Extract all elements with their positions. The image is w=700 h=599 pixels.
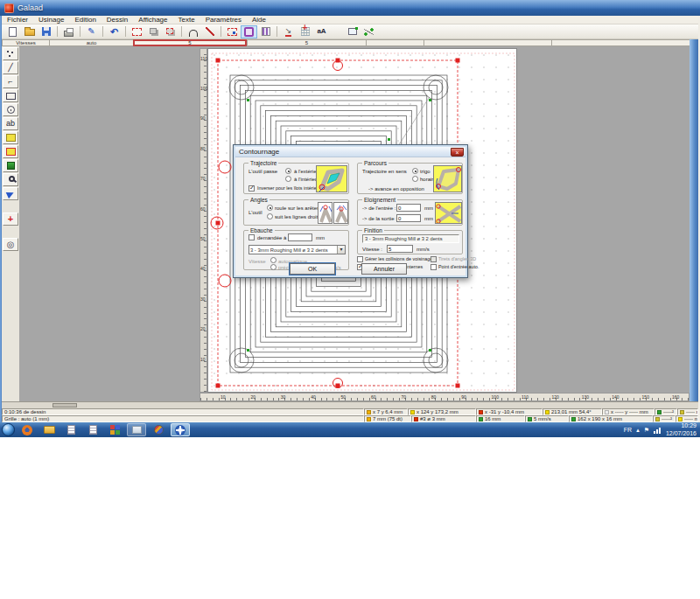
window-tool-button[interactable] xyxy=(344,25,360,38)
cut-tool-button[interactable] xyxy=(201,25,218,38)
taskbar-blocks-app[interactable] xyxy=(105,423,124,436)
toolbar-gap xyxy=(2,226,19,237)
taskbar-firefox[interactable] xyxy=(18,423,37,436)
circle-tool-button[interactable] xyxy=(3,103,18,116)
language-indicator[interactable]: FR xyxy=(624,427,632,433)
menu-fichier[interactable]: Fichier xyxy=(2,16,33,24)
menu-parametres[interactable]: Paramètres xyxy=(200,16,247,24)
menu-texte[interactable]: Texte xyxy=(173,16,200,24)
radio-vitesse-precisee[interactable] xyxy=(270,264,276,270)
close-icon[interactable]: × xyxy=(451,148,464,157)
radio-roule-aretes[interactable] xyxy=(267,205,273,211)
line-tool-button[interactable]: ╱ xyxy=(3,61,18,74)
input-sortie[interactable]: 0 xyxy=(396,214,421,222)
angles-preview-2 xyxy=(333,202,348,224)
print-button[interactable] xyxy=(60,25,77,38)
drill-tool-button[interactable] xyxy=(3,159,18,172)
rectangle-tool-button[interactable] xyxy=(3,89,18,102)
checkbox-point-entree-auto[interactable] xyxy=(430,264,437,270)
menu-aide[interactable]: Aide xyxy=(247,16,271,24)
edit-nodes-button[interactable] xyxy=(224,25,241,38)
taskbar-doc1[interactable] xyxy=(61,423,80,436)
point-tool-button[interactable] xyxy=(3,47,18,60)
origin-tool-button[interactable]: + xyxy=(3,212,18,226)
circle-tool-icon xyxy=(7,106,15,114)
ok-button[interactable]: OK xyxy=(290,263,335,275)
title-bar[interactable]: Galaad xyxy=(0,0,700,16)
taskbar-paint-app[interactable] xyxy=(149,423,168,436)
open-folder-button[interactable] xyxy=(21,25,38,38)
checkbox-ebauche-demandee[interactable] xyxy=(248,234,255,240)
radio-interieur[interactable] xyxy=(285,176,291,182)
checkbox-collisions-voisinage[interactable] xyxy=(357,256,363,262)
radio-lignes-droites[interactable] xyxy=(267,213,273,219)
input-ebauche-profondeur[interactable] xyxy=(288,233,312,241)
select-arrow-button[interactable] xyxy=(3,187,18,200)
status-cell-icon xyxy=(367,417,371,421)
label-lignes-droites: suit les lignes droites xyxy=(275,214,324,220)
new-file-button[interactable] xyxy=(4,25,21,38)
paste-path-button[interactable] xyxy=(162,25,178,38)
grid-setting-text: Grille : auto (1 mm) xyxy=(4,416,49,421)
window-right-border xyxy=(690,39,698,401)
grid-snap-button[interactable] xyxy=(297,25,313,38)
action-center-flag-icon[interactable]: ⚑ xyxy=(644,427,649,434)
pocket-tool-button[interactable] xyxy=(3,145,18,158)
font-size-button[interactable]: aA xyxy=(313,25,330,38)
label-entree: -> de l'entrée : xyxy=(362,205,396,212)
save-button[interactable] xyxy=(38,25,54,38)
scrollbar-thumb[interactable] xyxy=(52,403,77,407)
taskbar-galaad[interactable] xyxy=(171,423,190,436)
taskbar-window-app[interactable] xyxy=(127,423,146,436)
dropdown-arrow-icon[interactable]: ▾ xyxy=(337,246,345,254)
checkbox-inverser-ilots[interactable] xyxy=(248,185,255,192)
link-nodes-button[interactable] xyxy=(360,25,377,38)
radio-horaire[interactable] xyxy=(412,176,418,182)
taskbar-doc2[interactable] xyxy=(83,423,102,436)
menu-edition[interactable]: Edition xyxy=(69,16,101,24)
contour-tool-button[interactable] xyxy=(241,25,257,38)
start-button[interactable] xyxy=(2,423,15,436)
radio-vitesse-auto[interactable] xyxy=(270,257,276,263)
menu-usinage[interactable]: Usinage xyxy=(33,16,69,24)
input-entree[interactable]: 0 xyxy=(396,204,421,212)
status-drawing-time: 0:10:36 de dessin xyxy=(2,408,364,415)
group-angles: Angles L'outil roule sur les arêtes suit… xyxy=(243,199,349,226)
radio-trigo[interactable] xyxy=(412,168,418,174)
taskbar-explorer[interactable] xyxy=(39,423,59,436)
status-cell-icon xyxy=(605,410,609,414)
network-icon[interactable] xyxy=(654,427,662,434)
circle-point-button[interactable]: ◎ xyxy=(3,238,18,251)
select-arrow-icon xyxy=(6,189,16,199)
undo-icon: ↶ xyxy=(110,27,118,37)
ebauche-tool-dropdown[interactable]: 3 - 3mm Roughing Mill ø 3 2 dents ▾ xyxy=(248,245,346,254)
arc-tool-button[interactable] xyxy=(185,25,201,38)
copy-path-button[interactable] xyxy=(129,25,145,38)
undo-button[interactable]: ↶ xyxy=(106,25,122,38)
radio-exterieur[interactable] xyxy=(285,168,291,174)
polyline-tool-button[interactable]: ⌐ xyxy=(3,75,18,88)
dialog-title-bar[interactable]: Contournage × xyxy=(235,147,466,157)
status-cell: x ----- y ----- mm xyxy=(602,408,654,415)
cancel-button[interactable]: Annuler xyxy=(361,263,407,275)
taskbar-clock[interactable]: 10:29 12/07/2016 xyxy=(666,422,696,436)
menu-dessin[interactable]: Dessin xyxy=(102,16,133,24)
horizontal-scrollbar[interactable] xyxy=(2,401,698,408)
status-cell: 16 mm xyxy=(476,415,525,422)
menu-affichage[interactable]: Affichage xyxy=(133,16,172,24)
engrave-tool-button[interactable]: ✎ xyxy=(83,25,100,38)
text-tool-button[interactable]: ab xyxy=(3,117,18,130)
hatch-tool-button[interactable] xyxy=(257,25,274,38)
zone-tool-button[interactable] xyxy=(3,131,18,144)
input-finition-vitesse[interactable]: 5 xyxy=(387,245,413,253)
duplicate-button[interactable] xyxy=(145,25,162,38)
horizontal-ruler: 102030405060708090100110120130140150160 xyxy=(200,393,690,401)
plunge-speed-field[interactable]: 5 xyxy=(247,39,366,46)
speed-auto-field[interactable]: auto xyxy=(49,39,133,46)
measure-tool-button[interactable]: ↘ xyxy=(280,25,297,38)
tray-expand-icon[interactable]: ▴ xyxy=(636,427,640,434)
zoom-tool-button[interactable] xyxy=(3,173,18,186)
taskbar-doc1-icon xyxy=(67,425,75,435)
status-cell-text: ----- mm / ----- xyxy=(686,409,698,414)
feed-speed-field[interactable]: 5 xyxy=(133,39,247,46)
